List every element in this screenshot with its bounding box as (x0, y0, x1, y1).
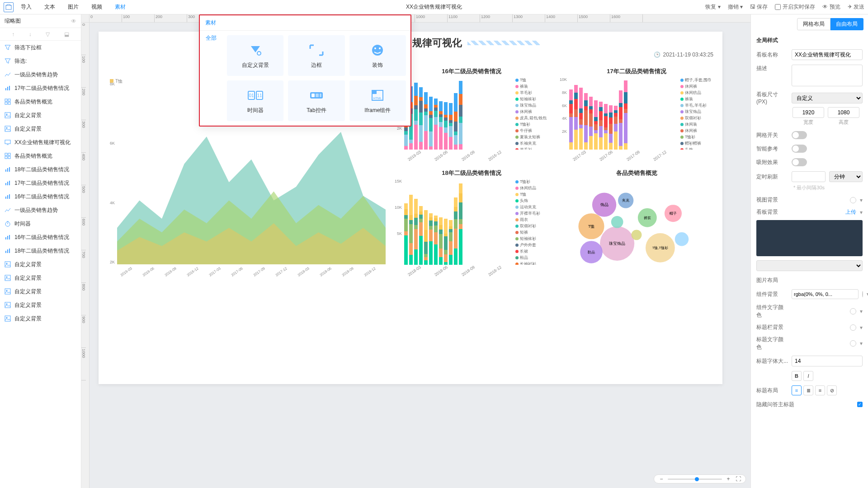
upload-bg-button[interactable]: 上传 (845, 208, 856, 216)
menu-导入[interactable]: 导入 (21, 3, 32, 11)
zoom-control[interactable]: − + ⛶ (654, 474, 746, 483)
comp-bg-input[interactable] (792, 289, 859, 299)
title-bg-swatch[interactable] (850, 324, 856, 331)
snap-toggle[interactable] (792, 158, 807, 166)
hide-qa-checkbox[interactable]: ✓ (857, 402, 863, 407)
ruler-corner (81, 14, 90, 23)
layer-item[interactable]: 18年二级品类销售情况 (0, 244, 81, 258)
italic-button[interactable]: I (803, 371, 813, 381)
undo-button[interactable]: 恢复 ▾ (705, 3, 720, 11)
layer-item[interactable]: 筛选: (0, 54, 81, 68)
view-bg-swatch[interactable] (850, 197, 856, 203)
menu-文本[interactable]: 文本 (44, 3, 55, 11)
material-card[interactable]: Tab控件 (288, 80, 344, 121)
svg-point-68 (379, 47, 381, 49)
board-name-input[interactable] (792, 49, 863, 60)
comp-text-swatch[interactable] (850, 308, 856, 314)
canvas-scroll[interactable]: XX企业销售规律可视化 🕒2021-11-19 03:43:25 类销售趋势 T… (90, 23, 750, 488)
align-left-button[interactable]: ≡ (792, 385, 802, 395)
smart-ref-toggle[interactable] (792, 145, 807, 153)
layer-item[interactable]: 自定义背景 (0, 108, 81, 122)
svg-rect-2 (7, 87, 8, 90)
send-button[interactable]: ✈ 发送 (848, 3, 864, 11)
title-size-input[interactable] (792, 356, 863, 366)
width-input[interactable] (793, 107, 824, 118)
layer-item[interactable]: XX企业销售规律可视化 (0, 136, 81, 149)
popover-tab[interactable]: 素材 (200, 15, 410, 31)
grid-toggle[interactable] (792, 131, 807, 139)
material-card[interactable]: 0111时间器 (227, 80, 283, 121)
layer-item[interactable]: 自定义背景 (0, 285, 81, 298)
zoom-fit-button[interactable]: ⛶ (735, 476, 742, 482)
refresh-unit-select[interactable]: 分钟 (829, 171, 863, 182)
realtime-save-checkbox[interactable]: 开启实时保存 (775, 3, 815, 11)
layer-item[interactable]: 自定义背景 (0, 298, 81, 312)
layer-item[interactable]: 自定义背景 (0, 271, 81, 285)
board-desc-input[interactable] (792, 65, 863, 86)
refresh-input[interactable] (792, 171, 826, 182)
height-input[interactable] (828, 107, 859, 118)
svg-rect-34 (7, 249, 8, 253)
svg-rect-42 (5, 302, 10, 308)
tool-icon[interactable]: ▽ (46, 31, 50, 38)
chart-16[interactable]: 16年二级品类销售情况 8K6K4K2K 2016-032016-062016-… (392, 66, 551, 160)
align-center-button[interactable]: ≣ (803, 385, 813, 395)
layer-item[interactable]: 一级品类销售趋势 (0, 68, 81, 81)
ruler-vertical: 01002003004005006007008009001000 (81, 23, 90, 488)
align-hide-button[interactable]: ⊘ (827, 385, 837, 395)
zoom-out-button[interactable]: − (658, 476, 665, 482)
zoom-in-button[interactable]: + (725, 476, 732, 482)
bold-button[interactable]: B (792, 371, 802, 381)
chart-18[interactable]: 18年二级品类销售情况 15K10K5K 2018-032018-062018-… (392, 167, 551, 276)
visibility-icon[interactable]: 👁 (71, 18, 76, 24)
layer-item[interactable]: 16年二级品类销售情况 (0, 230, 81, 244)
tab-grid-layout[interactable]: 网格布局 (797, 18, 830, 30)
size-mode-select[interactable]: 自定义 (792, 93, 863, 103)
chart-17[interactable]: 17年二级品类销售情况 10K8K6K4K2K 2017-032017-0620… (557, 66, 716, 160)
layer-item[interactable]: 各品类销售概览 (0, 149, 81, 163)
layer-item[interactable]: 自定义背景 (0, 258, 81, 271)
layer-item[interactable]: 时间器 (0, 217, 81, 230)
title-text-swatch[interactable] (850, 340, 856, 347)
tab-free-layout[interactable]: 自由布局 (830, 18, 863, 30)
layer-item[interactable]: 16年二级品类销售情况 (0, 190, 81, 203)
layer-item[interactable]: 筛选下拉框 (0, 41, 81, 54)
redo-button[interactable]: 撤销 ▾ (728, 3, 743, 11)
material-card[interactable]: HTMLIframe组件 (349, 80, 406, 121)
zoom-slider[interactable] (668, 479, 722, 480)
comp-bg-swatch[interactable] (862, 291, 863, 297)
bg-preview (756, 220, 863, 256)
layer-item[interactable]: 18年二级品类销售情况 (0, 163, 81, 176)
svg-rect-10 (5, 126, 10, 131)
bg-fit-select[interactable] (756, 260, 863, 271)
layer-item[interactable]: 自定义背景 (0, 122, 81, 136)
svg-point-37 (6, 263, 8, 264)
svg-point-41 (6, 290, 8, 291)
layer-item[interactable]: 各品类销售概览 (0, 95, 81, 108)
svg-text:T恤: T恤 (588, 224, 594, 229)
layer-item[interactable]: 自定义背景 (0, 312, 81, 325)
menu-视频[interactable]: 视频 (91, 3, 102, 11)
tool-icon[interactable]: ⬓ (64, 31, 69, 38)
svg-text:11: 11 (257, 93, 262, 98)
material-card[interactable]: 装饰 (349, 35, 406, 76)
tool-icon[interactable]: ↓ (29, 31, 32, 38)
popover-category-all[interactable]: 全部 (200, 31, 222, 126)
layer-item[interactable]: 17年二级品类销售情况 (0, 176, 81, 190)
svg-point-66 (372, 45, 383, 56)
save-button[interactable]: 🖫 保存 (750, 3, 768, 11)
menu-图片[interactable]: 图片 (68, 3, 79, 11)
svg-rect-18 (5, 169, 6, 172)
svg-rect-3 (9, 86, 10, 90)
app-logo-icon[interactable] (4, 2, 14, 12)
preview-button[interactable]: 👁 预览 (822, 3, 840, 11)
align-right-button[interactable]: ≡ (815, 385, 825, 395)
material-card[interactable]: 边框 (288, 35, 344, 76)
topbar: 导入文本图片视频素材 XX企业销售规律可视化 恢复 ▾ 撤销 ▾ 🖫 保存 开启… (0, 0, 868, 14)
tool-icon[interactable]: ↑ (12, 31, 14, 38)
bubble-chart[interactable]: 各品类销售概览 饰品 夹克 T恤 裤装 珠宝饰品 鞋品 T恤,T恤衫 帽子 (557, 167, 716, 276)
layer-item[interactable]: 17年二级品类销售情况 (0, 81, 81, 95)
layer-item[interactable]: 一级品类销售趋势 (0, 203, 81, 217)
menu-素材[interactable]: 素材 (115, 3, 126, 11)
material-card[interactable]: 自定义背景 (227, 35, 283, 76)
